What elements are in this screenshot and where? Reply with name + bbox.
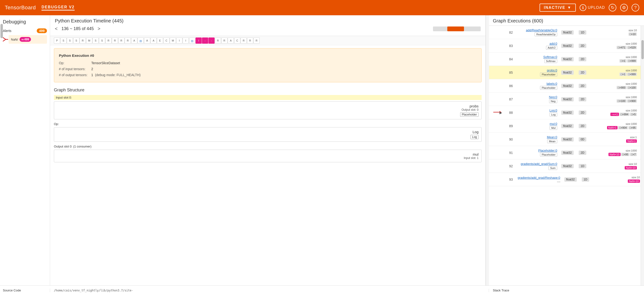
timeline-chip-10[interactable]: R <box>118 38 124 44</box>
row-op-name-92[interactable]: gradients/add_grad/Sum:0Sum <box>518 162 557 170</box>
exec-row-84[interactable]: 84Softmax:0Softmaxfloat322Dsize:1000□×1□… <box>489 53 641 66</box>
row-dim-91: 2D <box>578 151 587 154</box>
exec-row-87[interactable]: 87Neg:0Negfloat322Dsize:1000□×100□×900 <box>489 93 641 106</box>
row-num-89: 89 <box>506 124 516 128</box>
timeline-chip-17[interactable]: C <box>163 38 170 44</box>
main-layout: Debugging Alerts 499 NaN/ ∞ 499 Python E… <box>0 15 644 285</box>
sidebar-title: Debugging <box>3 19 47 25</box>
top-nav-right: INACTIVE ▼ ℹ UPLOAD ↻ ⚙ ? <box>540 4 639 12</box>
row-size-86: size:1000□×900□×100 <box>589 82 637 89</box>
row-op-name-91[interactable]: Placeholder:0Placeholder <box>518 149 557 157</box>
arrow-down-icon <box>2 36 8 43</box>
timeline-chip-1[interactable]: S <box>60 38 66 44</box>
timeline-chip-7[interactable]: S <box>99 38 105 44</box>
right-panel-scrollbar[interactable] <box>641 26 644 285</box>
exec-row-88[interactable]: ▶88Log:0Logfloat322Dsize:1000−∞×1□×994□×… <box>489 106 641 119</box>
timeline-chip-4[interactable]: R <box>80 38 86 44</box>
timeline-chip-23[interactable]: - <box>202 38 208 44</box>
timeline-chip-12[interactable]: A <box>131 38 137 44</box>
status-dropdown[interactable]: INACTIVE ▼ <box>540 4 576 12</box>
row-op-name-90[interactable]: Mean:0Mean <box>518 135 557 143</box>
row-op-name-88[interactable]: Log:0Log <box>518 109 557 116</box>
row-op-name-82[interactable]: add/ReadVariableOp:0ReadVariableOp <box>518 29 557 36</box>
timeline-chip-11[interactable]: R <box>125 38 131 44</box>
row-size-87: size:1000□×100□×900 <box>589 96 637 103</box>
bottom-bar: Source Code /home/cais/venv_tf_nightly/l… <box>0 285 644 295</box>
timeline-chip-0[interactable]: P <box>54 38 60 44</box>
row-num-83: 83 <box>506 44 516 48</box>
row-size-85: size:1000□×1□×999 <box>589 69 637 76</box>
timeline-chip-19[interactable]: I <box>176 38 182 44</box>
timeline-chip-30[interactable]: R <box>247 38 253 44</box>
row-dtype-83: float32 <box>559 44 576 48</box>
next-arrow[interactable]: > <box>98 26 100 32</box>
right-panel: Graph Executions (600) 82add/ReadVariabl… <box>489 15 644 285</box>
timeline-chip-24[interactable]: - <box>208 38 214 44</box>
row-dtype-91: float32 <box>559 151 576 154</box>
timeline-track[interactable] <box>433 27 481 31</box>
input-slot-tag: Placeholder <box>460 112 478 117</box>
op-slot-box: Log Log <box>54 127 482 142</box>
exec-info-title: Python Execution #0 <box>59 52 476 59</box>
row-op-name-85[interactable]: probs:0Placeholder <box>518 69 557 76</box>
timeline-bar-container <box>433 27 481 31</box>
help-icon[interactable]: ? <box>632 4 639 12</box>
exec-row-86[interactable]: 86labels:0Placeholderfloat322Dsize:1000□… <box>489 79 641 93</box>
row-num-82: 82 <box>506 31 516 34</box>
timeline-chip-26[interactable]: R <box>221 38 228 44</box>
nan-count-badge: ∞ 499 <box>20 37 31 42</box>
row-dtype-85: float32 <box>559 71 576 74</box>
row-op-name-83[interactable]: add:0AddV2 <box>518 42 557 50</box>
timeline-chip-14[interactable]: A <box>144 38 150 44</box>
row-dim-86: 2D <box>578 84 587 88</box>
exec-row-89[interactable]: 89mul:0Mulfloat322Dsize:1000NaN×1□×904□×… <box>489 119 641 133</box>
timeline-chip-8[interactable]: R <box>106 38 112 44</box>
upload-button[interactable]: ℹ UPLOAD <box>580 4 605 11</box>
timeline-chip-16[interactable]: E <box>157 38 163 44</box>
exec-row-83[interactable]: 83add:0AddV2float322Dsize:1000□×471□×529 <box>489 39 641 53</box>
timeline-chip-20[interactable]: I <box>183 38 189 44</box>
sidebar: Debugging Alerts 499 NaN/ ∞ 499 <box>0 15 50 285</box>
input-slot-sub: Output slot: 0 <box>460 108 478 111</box>
prev-arrow[interactable]: < <box>55 26 58 32</box>
nan-alert-item[interactable]: NaN/ ∞ 499 <box>8 35 47 44</box>
top-nav: TensorBoard DEBUGGER V2 INACTIVE ▼ ℹ UPL… <box>0 0 644 15</box>
row-op-name-87[interactable]: Neg:0Neg <box>518 95 557 103</box>
exec-row-92[interactable]: 92gradients/add_grad/Sum:0Sumfloat321Dsi… <box>489 159 641 173</box>
exec-row-82[interactable]: 82add/ReadVariableOp:0ReadVariableOpfloa… <box>489 26 641 39</box>
timeline-chip-15[interactable]: A <box>150 38 157 44</box>
timeline-chip-31[interactable]: R <box>254 38 260 44</box>
timeline-chip-9[interactable]: R <box>112 38 118 44</box>
row-op-name-93[interactable]: gradients/add_grad/Reshape:0 <box>518 176 560 183</box>
output-slot-label: Output slot 0: (1 consumer) <box>54 145 482 148</box>
row-op-name-84[interactable]: Softmax:0Softmax <box>518 55 557 63</box>
row-op-name-86[interactable]: labels:0Placeholder <box>518 82 557 90</box>
timeline-chip-21[interactable]: m <box>189 38 195 44</box>
timeline-chip-2[interactable]: S <box>67 38 73 44</box>
center-scrollbar[interactable] <box>486 15 489 285</box>
output-tensors-value: 1 (debug mode: FULL_HEALTH) <box>91 72 141 78</box>
row-size-84: size:1000□×1□×999 <box>589 56 637 63</box>
infinity-icon: ∞ <box>22 38 24 41</box>
timeline-chip-5[interactable]: M <box>86 38 92 44</box>
refresh-icon[interactable]: ↻ <box>609 4 616 12</box>
input-tensors-label: # of input tensors: <box>59 66 91 72</box>
settings-icon[interactable]: ⚙ <box>620 4 628 12</box>
row-op-name-89[interactable]: mul:0Mul <box>518 122 557 130</box>
timeline-chip-18[interactable]: M <box>170 38 176 44</box>
exec-row-91[interactable]: 91Placeholder:0Placeholderfloat322Dsize:… <box>489 146 641 159</box>
row-dim-89: 2D <box>578 124 587 128</box>
exec-row-93[interactable]: 93gradients/add_grad/Reshape:0float321Ds… <box>489 173 641 186</box>
exec-row-90[interactable]: 90Mean:0Meanfloat320Dsize:1NaN×1 <box>489 133 641 146</box>
timeline-chip-13[interactable]: m <box>138 38 144 44</box>
exec-row-85[interactable]: 85probs:0Placeholderfloat322Dsize:1000□×… <box>489 66 641 79</box>
timeline-chip-27[interactable]: A <box>228 38 234 44</box>
timeline-chip-6[interactable]: S <box>92 38 99 44</box>
expand-col-88[interactable]: ▶ <box>500 111 504 115</box>
timeline-chip-25[interactable]: R <box>215 38 221 44</box>
alerts-header: Alerts 499 <box>3 29 47 33</box>
timeline-chip-29[interactable]: R <box>240 38 247 44</box>
timeline-chip-3[interactable]: S <box>73 38 80 44</box>
timeline-chip-28[interactable]: C <box>234 38 240 44</box>
timeline-chip-22[interactable]: I <box>196 38 202 44</box>
